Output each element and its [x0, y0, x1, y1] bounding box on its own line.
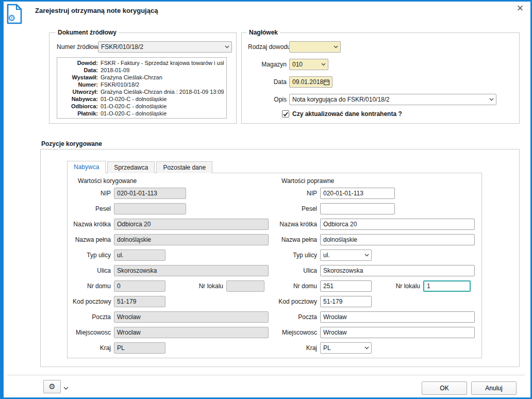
street-type-select[interactable]: ul. — [320, 250, 372, 261]
flat-no-corrected-input — [226, 280, 264, 292]
tab-nabywca[interactable]: Nabywca — [67, 161, 106, 173]
source-number-select[interactable]: FSKR/010/18/2 — [98, 41, 232, 53]
ok-button[interactable]: OK — [422, 381, 467, 395]
date-row: Data 09.01.2018 — [245, 76, 516, 88]
post-office-label: Poczta — [276, 313, 320, 321]
short-name-corrected-input — [114, 219, 269, 230]
country-label: Kraj — [73, 344, 114, 352]
full-name-correct-input[interactable] — [320, 234, 475, 245]
settings-button[interactable]: ⚙ — [43, 380, 61, 393]
calendar-icon[interactable] — [323, 79, 330, 86]
update-contractor-checkbox[interactable] — [282, 110, 289, 118]
form-row: Ulica — [73, 263, 269, 278]
form-row: Nr domu Nr lokalu — [276, 278, 475, 294]
chevron-down-icon — [63, 387, 69, 390]
form-row: Nazwa pełna — [276, 232, 475, 247]
form-row: Miejscowosc — [276, 325, 475, 340]
country-value: PL — [323, 344, 362, 352]
cancel-button[interactable]: Anuluj — [471, 381, 517, 395]
full-name-label: Nazwa pełna — [73, 236, 114, 243]
short-name-label: Nazwa krótka — [73, 221, 114, 228]
detail-value: 2018-01-09 — [101, 66, 224, 74]
country-label: Kraj — [276, 344, 320, 352]
warehouse-select[interactable]: 010 — [289, 59, 328, 70]
form-row: Poczta — [73, 309, 269, 325]
description-label: Opis — [248, 96, 289, 103]
street-corrected-input — [114, 265, 269, 276]
detail-label: Odbiorca: — [60, 103, 98, 110]
tab-sprzedawca[interactable]: Sprzedawca — [107, 161, 155, 173]
detail-value: 01-O-020-C - dolnośląskie — [101, 95, 224, 103]
chevron-down-icon — [489, 98, 494, 101]
doc-type-select[interactable] — [289, 41, 341, 53]
detail-value: 01-O-020-C - dolnośląskie — [101, 110, 224, 117]
checkmark-icon — [283, 112, 288, 117]
city-correct-input[interactable] — [320, 327, 475, 338]
street-type-corrected-input — [114, 250, 165, 261]
full-name-label: Nazwa pełna — [276, 236, 320, 243]
update-contractor-row: Czy aktualizować dane kontrahenta ? — [245, 110, 516, 118]
header-group: Nagłówek Rodzaj dowodu Magazyn 010 Data … — [241, 29, 520, 124]
pesel-corrected-input — [114, 203, 186, 214]
form-row: Kraj — [73, 340, 269, 356]
postal-code-label: Kod pocztowy — [276, 298, 320, 305]
detail-label: Dowód: — [60, 59, 98, 66]
short-name-label: Nazwa krótka — [276, 221, 320, 228]
tab-panel-nabywca: Wartości korygowane NIP Pesel Nazwa krót… — [67, 173, 482, 358]
house-no-correct-input[interactable] — [320, 280, 372, 292]
post-office-label: Poczta — [73, 313, 114, 321]
chevron-down-icon — [364, 346, 369, 350]
postal-code-corrected-input — [114, 296, 165, 307]
detail-label: Płatnik: — [60, 110, 98, 117]
description-select[interactable]: Nota korygująca do FSKR/010/18/2 — [289, 94, 496, 105]
postal-code-correct-input[interactable] — [320, 296, 372, 307]
warehouse-label: Magazyn — [248, 61, 289, 68]
pesel-correct-input[interactable] — [320, 203, 395, 214]
close-icon[interactable]: × — [513, 2, 527, 15]
form-row: Typ ulicy ul. — [276, 247, 475, 263]
settings-dropdown-button[interactable] — [63, 385, 69, 392]
form-row: Pesel — [276, 201, 475, 217]
nip-correct-input[interactable] — [320, 188, 395, 199]
street-type-label: Typ ulicy — [73, 252, 114, 259]
form-row: Poczta — [276, 309, 475, 325]
house-no-label: Nr domu — [73, 282, 114, 290]
form-row: Pesel — [73, 201, 269, 217]
detail-value: 01-O-020-C - dolnośląskie — [101, 103, 224, 110]
tab-pozostale-dane[interactable]: Pozostałe dane — [156, 161, 212, 173]
chevron-down-icon — [334, 45, 338, 48]
form-row: Typ ulicy — [73, 247, 269, 263]
corrected-values-title: Wartości korygowane — [78, 177, 269, 185]
flat-no-label: Nr lokalu — [165, 282, 226, 290]
description-value: Nota korygująca do FSKR/010/18/2 — [292, 96, 487, 103]
date-input[interactable]: 09.01.2018 — [289, 76, 332, 88]
svg-text:⚙: ⚙ — [8, 13, 15, 23]
positions-tabs: Nabywca Sprzedawca Pozostałe dane — [67, 161, 214, 173]
detail-label: Numer: — [60, 81, 98, 88]
house-no-label: Nr domu — [276, 282, 320, 290]
country-select[interactable]: PL — [320, 342, 372, 354]
street-label: Ulica — [276, 267, 320, 274]
flat-no-label: Nr lokalu — [372, 282, 423, 290]
form-row: Kod pocztowy — [73, 294, 269, 309]
description-row: Opis Nota korygująca do FSKR/010/18/2 — [245, 94, 516, 105]
city-label: Miejscowosc — [276, 329, 320, 336]
source-document-group: Dokument źródłowy Numer źródłowy FSKR/01… — [49, 29, 237, 124]
form-row: Kraj PL — [276, 340, 475, 356]
full-name-corrected-input — [114, 234, 269, 245]
nip-label: NIP — [276, 190, 320, 197]
street-correct-input[interactable] — [320, 265, 475, 276]
header-legend: Nagłówek — [247, 29, 280, 36]
flat-no-correct-input[interactable] — [423, 280, 471, 292]
chevron-down-icon — [364, 254, 369, 257]
chevron-down-icon — [321, 63, 326, 66]
city-label: Miejscowosc — [73, 329, 114, 336]
house-no-corrected-input — [114, 280, 165, 292]
detail-label: Nabywca: — [60, 95, 98, 103]
corrected-values-column: Wartości korygowane NIP Pesel Nazwa krót… — [73, 175, 269, 356]
warehouse-value: 010 — [292, 61, 319, 68]
date-label: Data — [248, 78, 289, 86]
post-office-correct-input[interactable] — [320, 311, 475, 323]
short-name-correct-input[interactable] — [320, 219, 475, 230]
doc-type-row: Rodzaj dowodu — [245, 41, 516, 53]
